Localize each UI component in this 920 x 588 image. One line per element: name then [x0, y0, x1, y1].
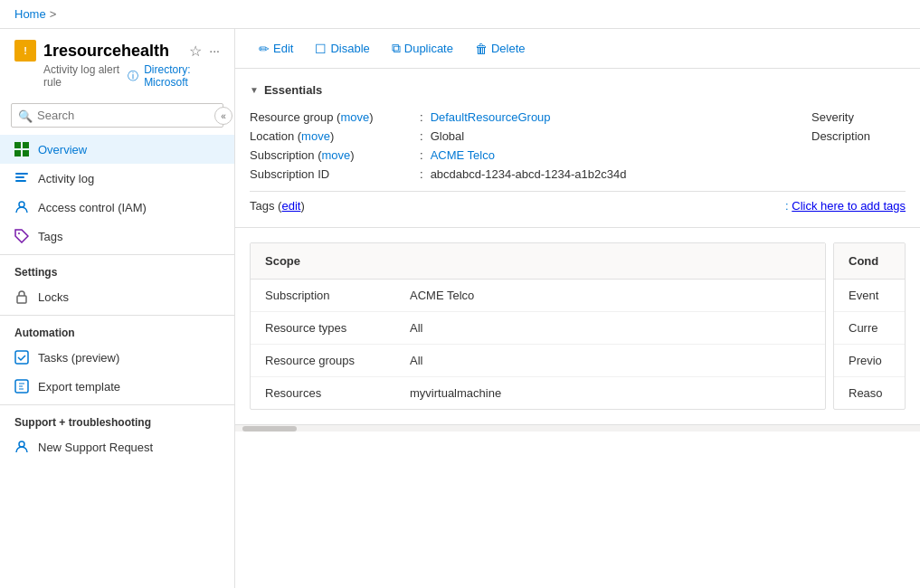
cond-label: Event [849, 289, 878, 302]
essentials-label: Resource group (move) [250, 110, 413, 124]
essentials-value-subscription: ACME Telco [431, 148, 495, 162]
svg-rect-4 [15, 173, 28, 175]
scope-row-resource-groups: Resource groups All [251, 345, 825, 377]
collapse-button[interactable]: « [214, 107, 232, 125]
toolbar: ✏ Edit ☐ Disable ⧉ Duplicate 🗑 Delete [235, 29, 920, 69]
sidebar-item-access-control[interactable]: Access control (IAM) [0, 193, 234, 222]
collapse-arrow-icon[interactable]: ▼ [250, 85, 259, 95]
delete-icon: 🗑 [475, 42, 488, 56]
scope-condition-area: Scope Subscription ACME Telco Resource t… [235, 228, 920, 424]
more-icon[interactable]: ··· [209, 43, 220, 58]
sidebar-item-tags[interactable]: Tags [0, 222, 234, 251]
svg-rect-2 [14, 150, 21, 156]
condition-panel: Cond Event Curre Previo Reaso [833, 242, 906, 410]
cond-label: Reaso [849, 386, 883, 400]
essentials-row-subscription: Subscription (move) : ACME Telco [250, 146, 797, 165]
sidebar-item-label: Access control (IAM) [38, 201, 147, 214]
essentials-title: Essentials [264, 83, 322, 97]
horizontal-scrollbar[interactable] [235, 424, 920, 432]
delete-button[interactable]: 🗑 Delete [466, 37, 535, 61]
resource-type-label: Activity log alert rule [43, 63, 122, 89]
scope-value: myvirtualmachine [410, 386, 501, 400]
scope-key: Subscription [265, 289, 410, 302]
scope-header: Scope [251, 243, 825, 280]
tasks-icon [14, 350, 29, 365]
move-link-rg[interactable]: move [340, 110, 369, 124]
scope-key: Resource types [265, 321, 410, 335]
svg-rect-0 [14, 142, 21, 148]
svg-rect-1 [23, 142, 29, 148]
tags-icon [14, 229, 29, 243]
essentials-value-rg: DefaultResourceGroup [431, 110, 551, 124]
resource-title-row: ! 1resourcehealth ☆ ··· [14, 40, 220, 62]
edit-button[interactable]: ✏ Edit [250, 37, 302, 61]
sidebar-item-label: Overview [38, 143, 87, 156]
svg-rect-6 [15, 180, 26, 182]
scrollbar-thumb[interactable] [242, 426, 297, 432]
tags-label: Tags [250, 199, 274, 213]
move-link-location[interactable]: move [301, 129, 330, 143]
star-icon[interactable]: ☆ [189, 43, 202, 60]
essentials-severity-label: Severity [811, 108, 906, 127]
essentials-row-rg: Resource group (move) : DefaultResourceG… [250, 108, 797, 127]
sidebar-item-activity-log[interactable]: Activity log [0, 164, 234, 193]
rg-value-link[interactable]: DefaultResourceGroup [431, 110, 551, 124]
essentials-row-sub-id: Subscription ID : abcdabcd-1234-abcd-123… [250, 165, 797, 184]
sidebar-item-locks[interactable]: Locks [0, 282, 234, 311]
scope-row-resource-types: Resource types All [251, 312, 825, 345]
move-link-subscription[interactable]: move [321, 148, 350, 162]
sidebar-item-new-support[interactable]: New Support Request [0, 432, 234, 461]
cond-label: Previo [849, 354, 882, 367]
essentials-right-panel: Severity Description [797, 108, 906, 184]
sidebar-item-label: Tasks (preview) [38, 351, 119, 365]
cond-row-reason: Reaso [834, 377, 905, 409]
essentials-label: Subscription (move) [250, 148, 413, 162]
tags-edit-link[interactable]: edit [281, 199, 300, 213]
search-icon: 🔍 [18, 109, 33, 122]
essentials-value-location: Global [431, 129, 465, 143]
sidebar-item-export-template[interactable]: Export template [0, 372, 234, 401]
sidebar-item-overview[interactable]: Overview [0, 135, 234, 164]
scope-key: Resource groups [265, 354, 410, 367]
search-input[interactable] [11, 103, 223, 128]
sidebar: ! 1resourcehealth ☆ ··· Activity log ale… [0, 29, 235, 588]
sidebar-header: ! 1resourcehealth ☆ ··· Activity log ale… [0, 29, 234, 96]
svg-rect-9 [17, 296, 26, 303]
sidebar-item-tasks[interactable]: Tasks (preview) [0, 343, 234, 372]
access-control-icon [14, 200, 29, 214]
cond-row-current: Curre [834, 312, 905, 345]
directory-label: Directory: Microsoft [144, 63, 220, 89]
activity-log-icon [14, 171, 29, 185]
essentials-value-sub-id: abcdabcd-1234-abcd-1234-a1b2c34d [431, 167, 627, 181]
svg-point-7 [19, 202, 24, 207]
locks-icon [14, 289, 29, 304]
overview-icon [14, 142, 29, 156]
breadcrumb: Home > [0, 0, 920, 29]
svg-rect-10 [15, 351, 28, 364]
scope-value: ACME Telco [410, 289, 474, 302]
disable-icon: ☐ [315, 42, 327, 56]
resource-icon: ! [14, 40, 36, 62]
main-content: ✏ Edit ☐ Disable ⧉ Duplicate 🗑 Delete ▼ … [235, 29, 920, 588]
cond-label: Curre [849, 321, 878, 335]
info-icon: ⓘ [128, 69, 138, 84]
scope-value: All [410, 321, 422, 335]
scope-row-subscription: Subscription ACME Telco [251, 280, 825, 312]
breadcrumb-home[interactable]: Home [14, 7, 46, 21]
svg-point-8 [18, 232, 20, 234]
essentials-label: Subscription ID [250, 167, 413, 181]
svg-point-12 [19, 441, 24, 447]
condition-header: Cond [834, 243, 905, 280]
tags-add-link[interactable]: Click here to add tags [792, 199, 906, 213]
tags-row: Tags (edit) : Click here to add tags [250, 191, 906, 213]
duplicate-button[interactable]: ⧉ Duplicate [383, 36, 462, 61]
sidebar-item-label: Locks [38, 290, 69, 304]
subscription-value-link[interactable]: ACME Telco [431, 148, 495, 162]
svg-rect-5 [15, 176, 24, 178]
edit-icon: ✏ [259, 42, 270, 56]
resource-name: 1resourcehealth [43, 42, 169, 61]
scope-value: All [410, 354, 422, 367]
sidebar-item-label: Tags [38, 230, 62, 243]
disable-button[interactable]: ☐ Disable [306, 37, 378, 61]
section-automation: Automation [0, 315, 234, 343]
